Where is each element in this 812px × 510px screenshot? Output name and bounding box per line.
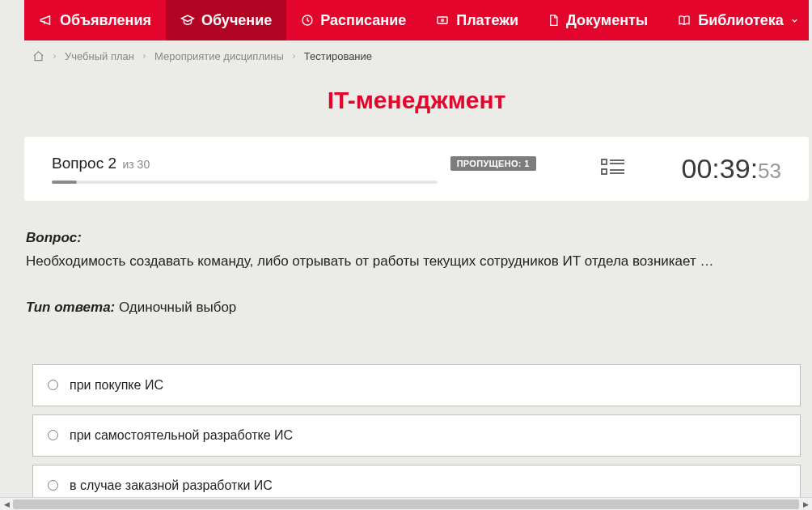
radio-input[interactable]	[48, 480, 58, 491]
breadcrumb-link[interactable]: Мероприятие дисциплины	[154, 50, 284, 62]
nav-announcements[interactable]: Объявления	[24, 0, 166, 40]
graduation-icon	[180, 13, 195, 28]
svg-rect-6	[602, 169, 607, 174]
question-counter: Вопрос 2 из 30	[52, 155, 438, 172]
scroll-left-button[interactable]: ◀	[0, 498, 13, 511]
clock-icon	[301, 14, 314, 27]
nav-label: Платежи	[456, 12, 518, 29]
option-text: при покупке ИС	[70, 378, 163, 393]
progress-bar	[52, 181, 438, 184]
answer-type: Тип ответа: Одиночный выбор	[26, 300, 807, 316]
chevron-right-icon	[290, 53, 298, 60]
chevron-down-icon	[790, 16, 799, 25]
breadcrumb-link[interactable]: Учебный план	[65, 50, 134, 62]
svg-rect-1	[438, 17, 447, 23]
payment-icon	[435, 14, 450, 27]
scroll-right-button[interactable]: ▶	[799, 498, 812, 511]
scrollbar-thumb[interactable]	[13, 499, 799, 509]
nav-documents[interactable]: Документы	[533, 0, 662, 40]
nav-label: Объявления	[60, 12, 151, 29]
nav-learning[interactable]: Обучение	[166, 0, 286, 40]
radio-input[interactable]	[48, 430, 58, 440]
answer-option[interactable]: в случае заказной разработки ИС	[32, 465, 801, 498]
megaphone-icon	[39, 13, 53, 28]
nav-library[interactable]: Библиотека	[662, 0, 812, 40]
option-text: в случае заказной разработки ИС	[70, 478, 273, 493]
option-text: при самостоятельной разработке ИС	[70, 428, 293, 443]
skipped-badge: ПРОПУЩЕНО: 1	[450, 156, 536, 171]
question-list-icon[interactable]	[601, 158, 625, 181]
nav-schedule[interactable]: Расписание	[286, 0, 421, 40]
svg-rect-3	[602, 159, 607, 164]
page-title: IT-менеджмент	[24, 87, 809, 114]
answer-option[interactable]: при самостоятельной разработке ИС	[32, 414, 801, 457]
breadcrumb-current: Тестирование	[304, 50, 372, 62]
breadcrumb: Учебный план Мероприятие дисциплины Тест…	[24, 40, 809, 72]
nav-label: Документы	[566, 12, 648, 29]
radio-input[interactable]	[48, 380, 58, 390]
answer-options: при покупке ИС при самостоятельной разра…	[26, 364, 807, 498]
timer: 00:39:53	[682, 153, 781, 185]
question-body: Вопрос: Необходимость создавать команду,…	[24, 230, 809, 497]
scrollbar-track[interactable]	[13, 498, 799, 510]
nav-label: Библиотека	[698, 12, 784, 29]
nav-label: Расписание	[320, 12, 406, 29]
top-navigation: Объявления Обучение Расписание Платежи Д…	[24, 0, 809, 40]
quiz-header: Вопрос 2 из 30 ПРОПУЩЕНО: 1	[24, 137, 809, 201]
svg-point-2	[442, 19, 444, 22]
chevron-right-icon	[51, 53, 58, 60]
question-text: Необходимость создавать команду, либо от…	[26, 251, 807, 272]
question-label: Вопрос:	[26, 230, 807, 246]
document-icon	[548, 13, 560, 28]
nav-label: Обучение	[201, 12, 272, 29]
chevron-right-icon	[141, 53, 148, 60]
nav-payments[interactable]: Платежи	[421, 0, 533, 40]
home-icon[interactable]	[32, 50, 44, 62]
horizontal-scrollbar[interactable]: ◀ ▶	[0, 497, 812, 510]
book-icon	[677, 14, 691, 27]
progress-fill	[52, 181, 77, 184]
answer-option[interactable]: при покупке ИС	[32, 364, 801, 406]
